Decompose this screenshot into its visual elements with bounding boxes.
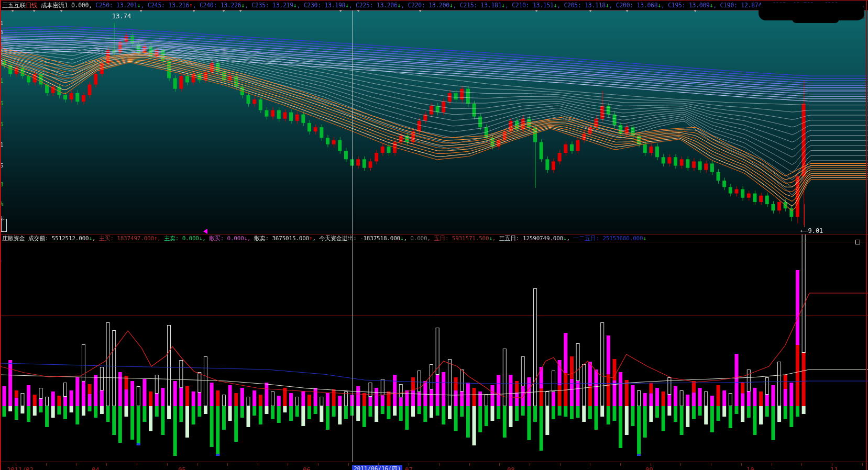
low-price-marker-line <box>804 204 805 227</box>
x-axis-tick <box>16 463 16 466</box>
x-axis-label: 10 <box>746 466 754 470</box>
x-axis-tick <box>409 463 409 466</box>
x-axis-tick <box>499 463 500 466</box>
separator: , <box>92 235 99 242</box>
fund-flow-indicator-chart[interactable] <box>0 234 868 462</box>
indicator-segment: 散买: 0.000 <box>209 235 244 242</box>
separator: , <box>349 2 356 9</box>
header-cost-item: C220: 13.200 <box>408 2 449 9</box>
separator: , <box>453 2 460 9</box>
x-axis-tick <box>832 463 832 466</box>
header-cost-item: C205: 13.118 <box>564 2 606 9</box>
indicator-segment: 0.000 <box>410 235 427 242</box>
x-axis-tick <box>680 463 681 466</box>
x-axis-label: 04 <box>92 466 99 470</box>
separator: , <box>296 2 303 9</box>
indicator-segment: 散卖: 3675015.000 <box>254 235 309 242</box>
x-axis-tick <box>46 463 47 466</box>
trend-arrow-icon: ↓ <box>501 2 505 9</box>
x-axis-tick <box>530 463 530 466</box>
separator: , <box>157 235 164 242</box>
period-label: 日线 <box>26 2 37 9</box>
x-axis-label: 06 <box>303 466 310 470</box>
main-candlestick-chart[interactable] <box>0 10 868 234</box>
header-cost-item: C230: 13.198 <box>304 2 345 9</box>
x-axis-tick <box>651 463 651 466</box>
indicator-name: 成本密流1 0.000, <box>37 2 95 9</box>
x-axis-tick <box>258 463 258 466</box>
scroll-handle-box[interactable] <box>855 240 860 244</box>
x-axis-tick <box>711 463 711 466</box>
crosshair-date-badge: 2011/06/16(四) <box>352 465 402 470</box>
left-edge-box <box>1 219 7 232</box>
x-axis-tick <box>590 463 590 466</box>
indicator-segment: 主卖: 0.000 <box>164 235 199 242</box>
header-cost-item: C250: 13.201 <box>95 2 137 9</box>
x-axis-label: 2011/02 <box>7 466 34 470</box>
separator: , <box>245 2 251 9</box>
x-axis-tick <box>862 463 863 466</box>
x-axis-label: 08 <box>507 466 514 470</box>
x-axis-tick <box>469 463 470 466</box>
x-axis-label: 07 <box>405 466 412 470</box>
x-axis-tick <box>288 463 288 466</box>
trend-arrow-icon: ↓ <box>657 2 661 9</box>
x-axis-tick <box>348 463 349 466</box>
header-cost-item: C240: 13.226 <box>200 2 241 9</box>
header-cost-item: C200: 13.068 <box>616 2 657 9</box>
x-axis-tick <box>741 463 742 466</box>
x-axis-tick <box>227 463 228 466</box>
separator: , <box>609 2 616 9</box>
high-price-annotation: 13.74 <box>112 13 131 20</box>
separator: , <box>247 235 254 242</box>
low-price-annotation: ←―9.01 <box>800 227 823 234</box>
header-cost-item: C235: 13.219 <box>251 2 293 9</box>
x-axis-tick <box>801 463 802 466</box>
separator: , <box>202 235 209 242</box>
x-axis-tick <box>620 463 621 466</box>
x-axis-tick <box>106 463 107 466</box>
header-cost-item: C215: 13.181 <box>460 2 501 9</box>
indicator-segment: 一二五日: 25153680.000 <box>573 235 643 242</box>
x-axis-tick <box>772 463 772 466</box>
trend-arrow-icon: ↓ <box>449 2 453 9</box>
x-axis-label: 05 <box>178 466 185 470</box>
trading-app-window: 三五互联日线 成本密流1 0.000, C250: 13.201↓, C245:… <box>0 0 868 470</box>
separator: , <box>427 235 434 242</box>
x-axis-tick <box>137 463 137 466</box>
trend-arrow-icon: ↓ <box>643 235 646 242</box>
x-axis-label: 09 <box>645 466 653 470</box>
x-axis-strip: 2011/06/16(四) 2011/020405060708091011 <box>0 462 868 470</box>
separator: , <box>713 2 720 9</box>
pane-right-border <box>866 0 867 470</box>
separator: , <box>557 2 564 9</box>
separator: , <box>566 235 573 242</box>
left-triangle-marker-icon <box>203 229 207 234</box>
x-axis-tick <box>439 463 440 466</box>
fund-flow-readout-bar: 庄散资金 成交额: 5512512.000↓, 主买: 1837497.000↑… <box>0 234 868 242</box>
trend-arrow-icon: ↓ <box>345 2 349 9</box>
trend-arrow-icon: ↑ <box>189 2 193 9</box>
separator: , <box>401 2 408 9</box>
indicator-segment: 庄散资金 <box>2 235 28 242</box>
separator: , <box>193 2 200 9</box>
separator: , <box>312 235 319 242</box>
trend-arrow-icon: ↓ <box>606 2 609 9</box>
indicator-segment: 今天资金进出: -1837518.000 <box>319 235 400 242</box>
pane-left-border <box>0 0 1 470</box>
black-overlay-tail <box>792 14 839 23</box>
separator: , <box>140 2 147 9</box>
x-axis-label: 11 <box>830 466 838 470</box>
x-axis-tick <box>197 463 197 466</box>
separator: , <box>492 235 499 242</box>
indicator-segment: 五日: 5931571.500 <box>434 235 489 242</box>
header-cost-item: C245: 13.216 <box>148 2 189 9</box>
separator: , <box>661 2 668 9</box>
header-indicator-bar: 三五互联日线 成本密流1 0.000, C250: 13.201↓, C245:… <box>0 0 868 10</box>
indicator-segment: 三五日: 12590749.000 <box>499 235 563 242</box>
x-axis-tick <box>318 463 318 466</box>
header-cost-item: C190: 12.874 <box>720 2 762 9</box>
separator: , <box>505 2 512 9</box>
header-cost-item: C210: 13.151 <box>512 2 553 9</box>
separator: , <box>403 235 410 242</box>
